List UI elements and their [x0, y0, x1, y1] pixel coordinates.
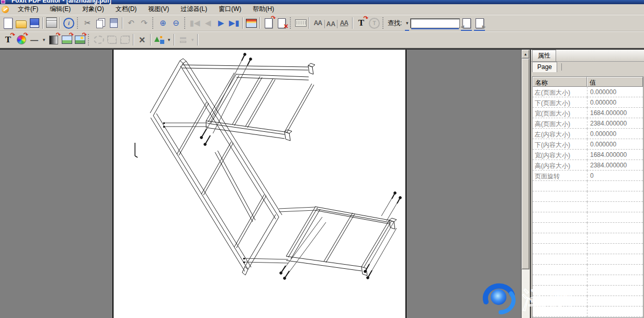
property-value: 0.000000 [587, 87, 643, 97]
toolbar-drag-handle[interactable] [77, 17, 78, 29]
property-value [587, 275, 643, 286]
document-canvas[interactable] [0, 50, 521, 318]
font-match-button[interactable]: AA [311, 17, 324, 30]
property-value [587, 191, 643, 202]
find-previous-button[interactable] [460, 17, 473, 30]
zoom-out-button[interactable]: ⊖ [170, 17, 183, 30]
panel-title-tab[interactable]: 属性 [532, 50, 556, 61]
last-page-button[interactable]: ▶▮ [228, 17, 241, 30]
find-input[interactable] [410, 18, 460, 28]
vertical-scrollbar[interactable]: ▲ [521, 50, 529, 318]
menu-item-8[interactable]: 帮助(H) [247, 4, 280, 15]
property-row[interactable]: 左(页面大小)0.000000 [533, 87, 643, 97]
property-row[interactable]: 宽(页面大小)1684.000000 [533, 108, 643, 118]
property-name [533, 223, 587, 233]
property-row[interactable]: 下(页面大小)0.000000 [533, 97, 643, 108]
property-value [587, 306, 643, 317]
toolbar-drag-handle[interactable] [382, 17, 384, 29]
property-name [533, 275, 587, 286]
property-row[interactable]: 页面旋转0 [533, 171, 643, 181]
property-name: 下(内容大小) [533, 139, 587, 150]
property-value [587, 223, 643, 233]
find-dropdown-arrow[interactable]: ▾ [404, 17, 410, 30]
toolbar-drag-handle[interactable] [184, 17, 186, 29]
toolbar-separator [309, 17, 310, 29]
find-next-button[interactable] [473, 17, 486, 30]
property-row-empty [533, 306, 643, 317]
replace-image-button[interactable] [73, 33, 86, 47]
property-row[interactable]: 宽(内容大小)1684.000000 [533, 150, 643, 160]
menu-item-7[interactable]: 窗口(W) [213, 4, 247, 15]
property-row-empty [533, 244, 643, 254]
transform-right-button [118, 33, 131, 47]
toolbar-separator [122, 17, 123, 29]
edit-image-button[interactable] [60, 33, 73, 47]
document-info-button[interactable] [62, 17, 75, 30]
redo-button[interactable]: ↷ [138, 17, 151, 30]
toolbar-drag-handle[interactable] [152, 17, 154, 29]
delete-object-button[interactable]: × [135, 33, 149, 47]
copy-button[interactable] [94, 17, 107, 30]
menu-item-3[interactable]: 对象(O) [76, 4, 109, 15]
menu-item-6[interactable]: 过滤器(L) [175, 4, 213, 15]
property-name [533, 181, 587, 191]
edit-text-button[interactable]: T [2, 33, 15, 47]
property-row[interactable]: 高(页面大小)2384.000000 [533, 118, 643, 129]
property-name [533, 286, 587, 296]
edit-toolbar: T—▾×▾▾ [0, 31, 644, 48]
menu-item-1[interactable]: 文件(F) [12, 4, 44, 15]
scrollbar-thumb[interactable] [522, 59, 529, 269]
toolbar-drag-handle[interactable] [290, 17, 291, 29]
fill-style-button[interactable] [47, 33, 60, 47]
property-row-empty [533, 223, 643, 233]
add-text-button[interactable]: T [355, 17, 368, 30]
font-spacing-button[interactable]: AA [337, 17, 351, 30]
property-row-empty [533, 233, 643, 244]
print-button[interactable] [45, 17, 58, 30]
font-width-button[interactable]: AA [324, 20, 337, 28]
menu-item-4[interactable]: 文档(D) [110, 4, 143, 15]
pdf-page[interactable] [112, 50, 406, 318]
property-row-empty [533, 202, 643, 212]
property-value: 2384.000000 [587, 118, 643, 129]
property-name: 页面旋转 [533, 171, 587, 181]
save-button[interactable] [28, 17, 41, 30]
property-row-empty [533, 181, 643, 191]
scroll-up-button[interactable]: ▲ [522, 50, 529, 59]
keyboard-button[interactable] [294, 17, 307, 30]
new-document-button[interactable] [2, 17, 15, 30]
page-layout-button[interactable] [245, 17, 258, 30]
line-style-arrow[interactable]: ▾ [41, 33, 47, 47]
paste-button[interactable] [107, 17, 120, 30]
tab-page[interactable]: Page [532, 62, 557, 72]
menu-item-2[interactable]: 编辑(E) [44, 4, 76, 15]
grid-header: 名称 值 [533, 77, 643, 87]
toolbar-drag-handle[interactable] [88, 34, 89, 46]
menu-item-5[interactable]: 视图(V) [142, 4, 175, 15]
panel-tab-row: Page [531, 62, 644, 73]
property-row[interactable]: 高(内容大小)2384.000000 [533, 160, 643, 171]
property-row[interactable]: 左(内容大小)0.000000 [533, 129, 643, 139]
open-file-button[interactable] [15, 17, 28, 30]
properties-panel: 属性 Page 名称 值 左(页面大小)0.000000下(页面大小)0.000… [530, 50, 644, 318]
line-style-button[interactable]: — [28, 33, 41, 47]
transform-left-button [105, 33, 118, 47]
zoom-in-button[interactable]: ⊕ [156, 17, 170, 30]
delete-page-button[interactable] [275, 17, 288, 30]
next-page-button[interactable]: ▶ [214, 17, 228, 30]
insert-shape-button[interactable] [153, 33, 166, 47]
content-area: ▲ 属性 Page 名称 值 左(页面大小)0.000000下(页面大小)0.0… [0, 48, 644, 318]
insert-page-button[interactable] [262, 17, 275, 30]
property-value: 0.000000 [587, 129, 643, 139]
color-picker-button[interactable] [15, 33, 28, 47]
cut-button[interactable]: ✂ [81, 17, 94, 30]
property-value: 0 [587, 171, 643, 181]
property-row-empty [533, 254, 643, 265]
property-row[interactable]: 下(内容大小)0.000000 [533, 139, 643, 150]
toolbar-separator [197, 34, 198, 46]
property-value [587, 244, 643, 254]
property-name: 下(页面大小) [533, 97, 587, 108]
undo-button[interactable]: ↶ [125, 17, 138, 30]
property-rows: 左(页面大小)0.000000下(页面大小)0.000000宽(页面大小)168… [533, 87, 643, 317]
insert-shape-arrow[interactable]: ▾ [166, 33, 172, 47]
